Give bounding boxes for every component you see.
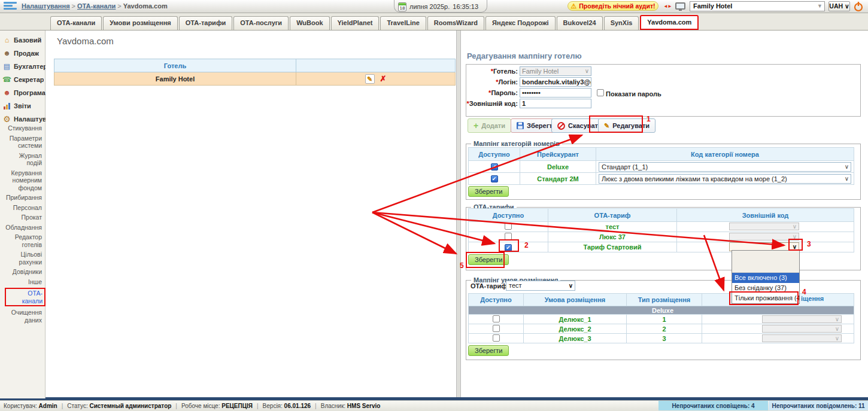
- tab-yieldplanet[interactable]: YieldPlanet: [331, 16, 380, 30]
- unread-notifications-badge[interactable]: Непрочитаних сповіщень: 4: [658, 401, 768, 410]
- hotel-field-label: *Готель:: [455, 68, 518, 75]
- add-button[interactable]: +Додати: [468, 118, 511, 133]
- dropdown-blank-option[interactable]: [732, 251, 799, 273]
- sidebar-module-settings[interactable]: ⚙ Налаштуван: [0, 112, 45, 126]
- person-icon: ☻: [2, 49, 11, 58]
- hotel-row-name: Family Hotel: [54, 72, 296, 86]
- password-input[interactable]: ••••••••: [520, 88, 591, 98]
- sidebar-module-sales[interactable]: ☻ Продаж: [0, 47, 45, 60]
- hotel-row[interactable]: Family Hotel ✎ ✗: [54, 72, 456, 86]
- available-checkbox[interactable]: [505, 233, 512, 240]
- category-save-button[interactable]: Зберегти: [468, 186, 509, 197]
- placement-save-button[interactable]: Зберегти: [468, 345, 509, 356]
- sidebar-item-other[interactable]: Інше: [0, 278, 45, 286]
- external-code-dropdown-list: Все включено (3) Без сніданку (37) Тільк…: [732, 250, 800, 304]
- unread-messages-badge[interactable]: Непрочитаних повідомлень: 11: [769, 401, 868, 410]
- available-checkbox[interactable]: ✔: [491, 163, 498, 171]
- tab-yandex-travel[interactable]: Яндекс Подорожі: [485, 16, 556, 30]
- owner-label: Власник:: [321, 403, 345, 409]
- ota-tariff-filter-select[interactable]: тест∨: [506, 281, 575, 291]
- hotel-select[interactable]: Family Hotel▼: [690, 1, 825, 11]
- sidebar-item-directories[interactable]: Довідники: [0, 268, 45, 276]
- room-code-select[interactable]: Люкс з двома великими ліжками та краєвид…: [599, 174, 851, 184]
- currency-select[interactable]: UAH ∨: [828, 1, 850, 11]
- available-checkbox[interactable]: [493, 325, 500, 332]
- top-header-bar: Налаштування>ОТА-канали>Yavdoma.com 18 л…: [0, 0, 868, 13]
- mapping-editor-title: Редагування маппінгу готелю: [467, 51, 582, 60]
- breadcrumb: Налаштування>ОТА-канали>Yavdoma.com: [22, 2, 168, 10]
- date-time-display: 18 липня 2025р. 16:35:13: [394, 0, 487, 13]
- tab-roomswizard[interactable]: RoomsWizard: [427, 16, 484, 30]
- sidebar-item-target-accounts[interactable]: Цільові рахунки: [0, 251, 45, 266]
- chevron-down-icon: ∨: [845, 175, 849, 183]
- sidebar-item-event-log[interactable]: Журнал подій: [0, 152, 45, 167]
- sidebar-item-hotel-editor[interactable]: Редактор готелів: [0, 233, 45, 248]
- ota-tariffs-save-button[interactable]: Зберегти: [468, 254, 509, 265]
- hotels-table-header[interactable]: Готель: [54, 59, 296, 72]
- power-icon[interactable]: [853, 1, 864, 12]
- breadcrumb-settings-link[interactable]: Налаштування: [22, 2, 70, 10]
- delete-x-icon[interactable]: ✗: [380, 74, 387, 83]
- room-code-select[interactable]: Стандарт (1_1)∨: [599, 162, 851, 172]
- category-mapping-table: Доступно Прейскурант Код категорії номер…: [468, 147, 854, 185]
- chevron-down-icon: ▼: [817, 3, 823, 9]
- tab-yavdoma-active[interactable]: Yavdoma.com: [640, 15, 699, 30]
- ext-code-input[interactable]: 1: [520, 99, 591, 108]
- tab-ota-tariffs[interactable]: ОТА-тарифи: [179, 16, 233, 30]
- edit-pencil-icon[interactable]: ✎: [365, 74, 375, 84]
- breadcrumb-ota-channels-link[interactable]: ОТА-канали: [77, 2, 116, 10]
- sidebar-item-ota-channels-active[interactable]: ОТА-канали: [5, 288, 45, 306]
- tab-synxis[interactable]: SynXis: [604, 16, 639, 30]
- sidebar-item-system-params[interactable]: Параметри системи: [0, 135, 45, 150]
- date-text: липня 2025р.: [409, 3, 450, 10]
- dropdown-option-no-breakfast[interactable]: Без сніданку (37): [732, 283, 799, 293]
- night-audit-warning[interactable]: ⚠ Проведіть нічний аудит!: [567, 1, 658, 11]
- available-checkbox[interactable]: [493, 334, 500, 342]
- annotation-number-1: 1: [647, 115, 651, 123]
- sidebar-module-secretary[interactable]: ☎ Секретар: [0, 73, 45, 86]
- login-input[interactable]: bondarchuk.vitaliy3@gmail.c: [520, 77, 591, 87]
- dropdown-option-all-inclusive[interactable]: Все включено (3): [732, 273, 799, 283]
- external-code-select-disabled: ∨: [729, 233, 799, 240]
- tab-wubook[interactable]: WuBook: [290, 16, 329, 30]
- sidebar-item-data-cleanup[interactable]: Очищення даних: [0, 309, 45, 324]
- sidebar-item-staff[interactable]: Персонал: [0, 204, 45, 212]
- available-checkbox[interactable]: [505, 223, 512, 230]
- hotels-table: Готель Family Hotel ✎ ✗: [54, 59, 456, 86]
- col-pricelist: Прейскурант: [520, 148, 596, 161]
- app-root: Налаштування>ОТА-канали>Yavdoma.com 18 л…: [0, 0, 868, 411]
- tab-placement-conditions[interactable]: Умови розміщення: [103, 16, 177, 30]
- sidebar-item-rental[interactable]: Прокат: [0, 214, 45, 221]
- sidebar-item-room-fund[interactable]: Керування номерним фондом: [0, 169, 45, 192]
- tab-travelline[interactable]: TravelLine: [380, 16, 426, 30]
- transfer-arrows-icon[interactable]: ◄►: [663, 4, 672, 9]
- chevron-down-icon: ∨: [585, 68, 589, 74]
- dropdown-option-room-only[interactable]: Тільки проживання (4): [732, 293, 799, 303]
- tab-ota-services[interactable]: ОТА-послуги: [233, 16, 289, 30]
- sidebar-item-docking[interactable]: Стикування: [0, 124, 45, 132]
- ota-tariff-filter-label: ОТА-тариф:: [471, 282, 509, 290]
- external-code-select-disabled: ∨: [729, 223, 799, 230]
- sidebar-module-reports[interactable]: Звіти: [0, 99, 45, 112]
- no-entry-icon: [557, 122, 565, 130]
- show-password-checkbox[interactable]: [597, 89, 604, 96]
- available-checkbox[interactable]: ✔: [505, 244, 512, 251]
- monitor-icon[interactable]: [675, 2, 685, 10]
- calendar-icon[interactable]: 18: [398, 2, 406, 11]
- sidebar-item-equipment[interactable]: Обладнання: [0, 224, 45, 232]
- sidebar-module-loyalty[interactable]: ☻ Програма ло: [0, 86, 45, 99]
- panel-splitter[interactable]: [456, 31, 461, 398]
- sidebar-item-cleaning[interactable]: Прибирання: [0, 194, 45, 202]
- hotel-field-select[interactable]: Family Hotel∨: [520, 66, 591, 76]
- available-checkbox[interactable]: [493, 315, 500, 322]
- sidebar-module-accounting[interactable]: ▤ Бухгалтерія: [0, 60, 45, 73]
- tab-ota-channels[interactable]: ОТА-канали: [50, 16, 102, 30]
- available-checkbox[interactable]: ✔: [491, 175, 498, 182]
- annotation-number-4: 4: [802, 288, 806, 296]
- gear-icon: ⚙: [2, 115, 11, 124]
- tab-bukovel24[interactable]: Bukovel24: [557, 16, 603, 30]
- sidebar-module-basic[interactable]: ⌂ Базовий: [0, 34, 45, 47]
- hamburger-menu-icon[interactable]: [4, 2, 17, 11]
- warning-icon: ⚠: [570, 2, 576, 10]
- status-value: Системный администратор: [89, 403, 171, 409]
